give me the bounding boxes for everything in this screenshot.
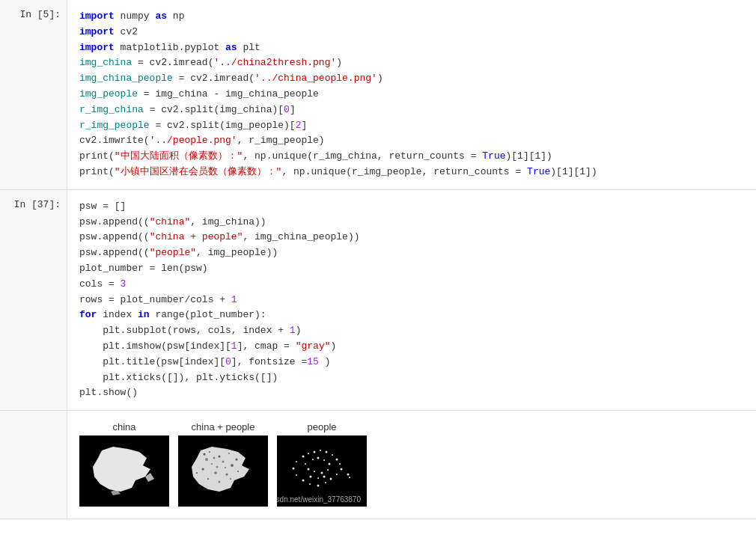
var: r_img_china [79, 104, 144, 115]
svg-point-53 [305, 463, 306, 465]
plain: plt.title(psw[index][ [79, 356, 225, 367]
string: "china + people" [150, 231, 243, 242]
svg-point-55 [317, 477, 319, 479]
plain: cols = [79, 278, 121, 290]
svg-point-25 [196, 472, 198, 474]
plain: cv2.imwrite( [79, 135, 150, 146]
plain: plt.show() [79, 387, 138, 398]
number: 1 [231, 294, 237, 305]
plot-people-title: people [307, 421, 336, 432]
svg-point-9 [228, 453, 230, 454]
svg-point-21 [237, 471, 239, 472]
code-line: for index in range(plot_number): [79, 308, 744, 323]
var: img_china [79, 57, 132, 68]
plain: psw.append(( [79, 231, 150, 242]
svg-point-50 [321, 472, 323, 474]
plain: index [97, 309, 138, 320]
plain: matplotlib.pyplot [115, 42, 225, 53]
svg-point-58 [349, 477, 350, 478]
plain: ] [290, 104, 296, 115]
plain: rows = plot_number/cols + [79, 294, 231, 305]
code-line: print("小镇中国区潜在会员数（像素数）：", np.unique(r_im… [79, 165, 744, 180]
plain: range(plot_number): [150, 309, 266, 320]
plot-people: people [277, 421, 367, 507]
svg-point-22 [205, 458, 208, 461]
plain: ) [319, 356, 331, 367]
plot-china: china [79, 421, 169, 507]
svg-point-18 [219, 481, 221, 483]
plot-china-title: china [112, 421, 135, 432]
plain: = cv2.imread( [173, 73, 254, 84]
keyword: import [79, 42, 115, 53]
plain: np [167, 10, 184, 22]
plain: numpy [115, 10, 156, 22]
svg-point-11 [231, 464, 234, 467]
svg-point-20 [213, 457, 216, 459]
code-line: rows = plot_number/cols + 1 [79, 293, 744, 308]
code-line: psw.append(("china + people", img_china_… [79, 230, 744, 245]
plain: , r_img_people) [237, 135, 325, 146]
china-svg [79, 435, 169, 507]
svg-point-43 [293, 468, 295, 470]
code-line: img_china_people = cv2.imread('../china_… [79, 71, 744, 87]
cell-2: In [37]: psw = [] psw.append(("china", i… [0, 190, 756, 411]
watermark: https://blog.csdn.net/weixin_37763870 [277, 495, 361, 504]
code-line: import matplotlib.pyplot as plt [79, 40, 744, 56]
svg-point-40 [309, 483, 311, 485]
svg-point-31 [326, 451, 328, 453]
svg-point-44 [296, 461, 297, 462]
code-line: plt.title(psw[index][0], fontsize =15 ) [79, 355, 744, 370]
svg-point-13 [211, 463, 213, 465]
plain: , np.unique(r_img_china, return_counts = [243, 150, 482, 162]
cell-1-prompt: In [5]: [0, 0, 67, 189]
svg-point-19 [225, 467, 226, 468]
plain: )[1][1]) [506, 150, 552, 162]
svg-point-54 [310, 476, 312, 478]
svg-point-33 [336, 459, 338, 461]
output-cell: china china + [0, 411, 756, 519]
svg-point-28 [308, 453, 309, 454]
plain: plt.xticks([]), plt.yticks([]) [79, 372, 278, 383]
svg-point-23 [230, 478, 231, 480]
plain: , img_people)) [196, 247, 278, 258]
code-line: import cv2 [79, 25, 744, 40]
svg-point-45 [312, 459, 314, 460]
cell-1: In [5]: import numpy as np import cv2 im… [0, 0, 756, 190]
number: 0 [284, 104, 290, 115]
plain: = cv2.imread( [132, 57, 213, 68]
keyword: True [482, 150, 505, 162]
plain: ) [296, 325, 302, 336]
svg-point-14 [202, 468, 204, 471]
svg-point-30 [320, 450, 321, 451]
output-gutter [0, 411, 67, 519]
number: 1 [231, 340, 237, 352]
code-line: img_people = img_china - img_china_peopl… [79, 87, 744, 103]
svg-point-38 [325, 482, 326, 483]
cell-1-content[interactable]: import numpy as np import cv2 import mat… [67, 0, 756, 189]
china-people-svg [178, 435, 268, 507]
svg-point-12 [222, 461, 225, 463]
code-line: cols = 3 [79, 277, 744, 293]
svg-point-51 [314, 471, 315, 472]
plain: print( [79, 166, 115, 177]
svg-point-24 [216, 466, 219, 468]
plain: plt.subplot(rows, cols, index + [79, 325, 290, 336]
svg-point-37 [330, 478, 332, 480]
svg-point-32 [332, 454, 333, 456]
svg-point-16 [226, 474, 228, 476]
plot-people-image: https://blog.csdn.net/weixin_37763870 [277, 435, 367, 507]
string: "中国大陆面积（像素数）：" [115, 150, 243, 162]
string: "gray" [296, 340, 331, 352]
svg-point-36 [336, 474, 338, 475]
number: 1 [290, 325, 296, 336]
plain: , img_china_people)) [243, 231, 359, 242]
code-line: psw = [] [79, 199, 744, 215]
keyword: as [155, 10, 167, 22]
code-line: psw.append(("china", img_china)) [79, 215, 744, 230]
plain: , np.unique(r_img_people, return_counts … [281, 166, 527, 177]
string: "china" [150, 216, 191, 227]
svg-point-46 [317, 457, 320, 459]
svg-point-41 [302, 480, 305, 482]
svg-point-15 [214, 471, 217, 474]
cell-2-content[interactable]: psw = [] psw.append(("china", img_china)… [67, 190, 756, 410]
